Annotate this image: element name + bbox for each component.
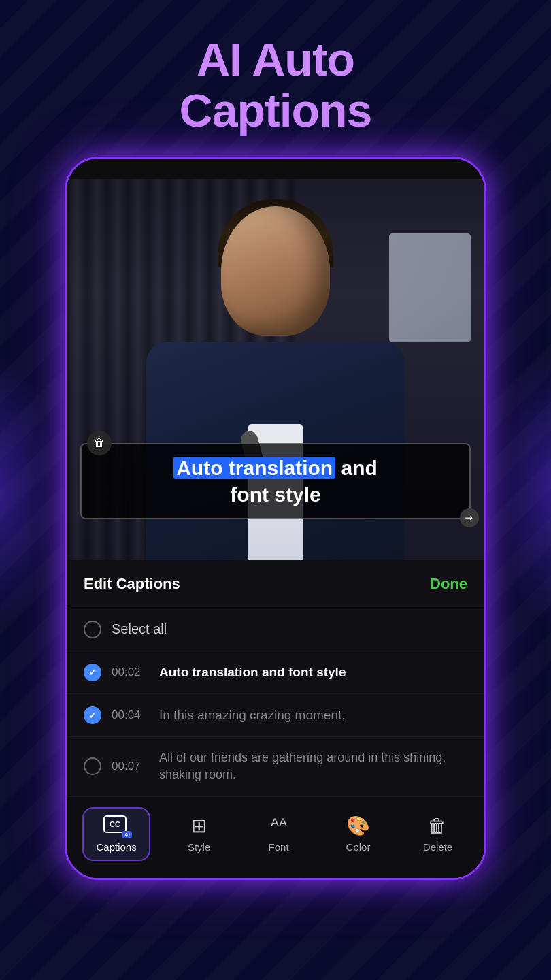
toolbar-label-font: Font <box>269 841 289 853</box>
resize-handle[interactable]: ↗ <box>460 508 479 527</box>
select-all-row[interactable]: Select all <box>67 608 484 651</box>
bottom-toolbar: CC AI Captions ⊞ Style ᴬᴬ Font 🎨 <box>67 796 484 878</box>
trash-icon: 🗑 <box>94 437 105 449</box>
table-row[interactable]: 00:04 In this amazing crazing moment, <box>67 694 484 737</box>
caption-timestamp-2: 00:04 <box>112 708 149 722</box>
caption-timestamp-3: 00:07 <box>112 760 149 773</box>
main-title: AI Auto Captions <box>180 34 372 136</box>
video-area: 🗑 Auto translation and font style ↗ <box>67 179 484 560</box>
title-line2: Captions <box>180 85 372 136</box>
edit-captions-header: Edit Captions Done <box>67 560 484 608</box>
font-icon: ᴬᴬ <box>271 815 287 837</box>
title-line1: AI Auto <box>180 34 372 85</box>
toolbar-item-font[interactable]: ᴬᴬ Font <box>248 808 310 860</box>
toolbar-item-color[interactable]: 🎨 Color <box>328 808 389 860</box>
cc-icon: CC <box>103 815 127 833</box>
caption-overlay: 🗑 Auto translation and font style ↗ <box>80 431 471 519</box>
toolbar-label-color: Color <box>346 841 371 853</box>
caption-text-1: Auto translation and font style <box>159 665 467 680</box>
delete-icon: 🗑 <box>428 815 447 837</box>
caption-checkbox-3[interactable] <box>84 757 101 775</box>
phone-frame: 🗑 Auto translation and font style ↗ <box>65 157 486 880</box>
caption-text-3: All of our friends are gathering around … <box>159 749 467 783</box>
ai-badge: AI <box>122 831 132 838</box>
phone-notch <box>241 163 310 175</box>
caption-delete-button[interactable]: 🗑 <box>87 431 112 455</box>
toolbar-label-captions: Captions <box>96 841 136 853</box>
bottom-panel: Edit Captions Done Select all 00:02 Auto… <box>67 560 484 878</box>
toolbar-label-delete: Delete <box>423 841 452 853</box>
caption-checkbox-2[interactable] <box>84 706 101 724</box>
caption-text-2: In this amazing crazing moment, <box>159 708 467 723</box>
caption-text-box[interactable]: Auto translation and font style ↗ <box>80 443 471 519</box>
toolbar-item-delete[interactable]: 🗑 Delete <box>407 808 468 860</box>
toolbar-label-style: Style <box>188 841 210 853</box>
done-button[interactable]: Done <box>430 575 467 593</box>
phone-top <box>67 159 484 179</box>
person-face <box>221 206 330 336</box>
select-all-radio[interactable] <box>84 621 101 638</box>
toolbar-item-captions[interactable]: CC AI Captions <box>82 807 150 861</box>
toolbar-item-style[interactable]: ⊞ Style <box>169 808 230 860</box>
title-section: AI Auto Captions <box>180 0 372 136</box>
table-row[interactable]: 00:07 All of our friends are gathering a… <box>67 737 484 796</box>
resize-icon: ↗ <box>463 511 476 525</box>
color-icon: 🎨 <box>346 815 370 837</box>
caption-list: Select all 00:02 Auto translation and fo… <box>67 608 484 796</box>
caption-checkbox-1[interactable] <box>84 664 101 681</box>
caption-display-text: Auto translation and font style <box>95 455 456 508</box>
edit-captions-label: Edit Captions <box>84 575 180 593</box>
caption-highlighted-word: Auto translation <box>173 457 335 479</box>
select-all-label: Select all <box>112 621 167 637</box>
style-icon: ⊞ <box>191 815 207 837</box>
captions-icon-container: CC AI <box>103 815 129 837</box>
caption-timestamp-1: 00:02 <box>112 666 149 679</box>
table-row[interactable]: 00:02 Auto translation and font style <box>67 651 484 694</box>
